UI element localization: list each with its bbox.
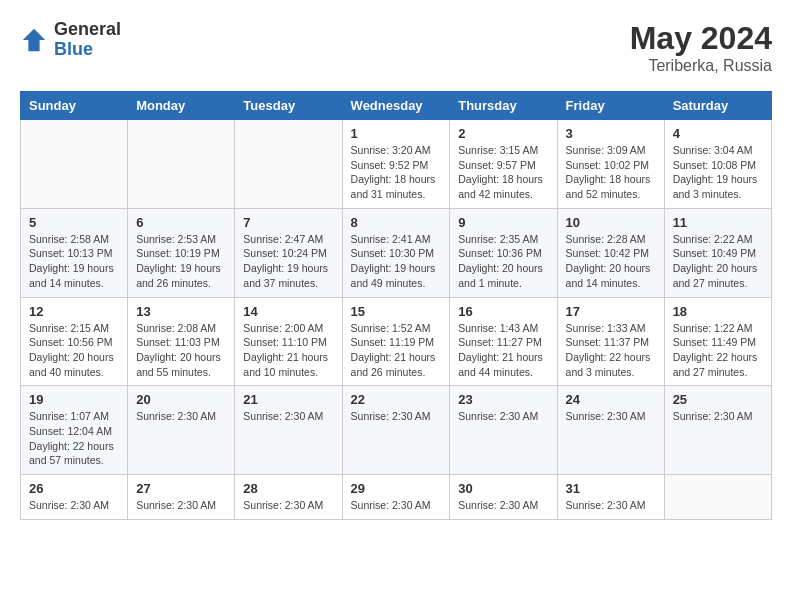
day-info: Sunrise: 2:30 AM	[29, 498, 119, 513]
table-row: 21Sunrise: 2:30 AM	[235, 386, 342, 475]
col-sunday: Sunday	[21, 92, 128, 120]
table-row: 5Sunrise: 2:58 AM Sunset: 10:13 PM Dayli…	[21, 208, 128, 297]
day-number: 21	[243, 392, 333, 407]
day-info: Sunrise: 3:15 AM Sunset: 9:57 PM Dayligh…	[458, 143, 548, 202]
table-row: 4Sunrise: 3:04 AM Sunset: 10:08 PM Dayli…	[664, 120, 771, 209]
table-row: 13Sunrise: 2:08 AM Sunset: 11:03 PM Dayl…	[128, 297, 235, 386]
calendar-table: Sunday Monday Tuesday Wednesday Thursday…	[20, 91, 772, 520]
day-number: 22	[351, 392, 442, 407]
day-info: Sunrise: 2:30 AM	[566, 498, 656, 513]
day-number: 17	[566, 304, 656, 319]
table-row	[235, 120, 342, 209]
table-row: 15Sunrise: 1:52 AM Sunset: 11:19 PM Dayl…	[342, 297, 450, 386]
day-info: Sunrise: 3:20 AM Sunset: 9:52 PM Dayligh…	[351, 143, 442, 202]
day-info: Sunrise: 2:30 AM	[351, 409, 442, 424]
table-row: 14Sunrise: 2:00 AM Sunset: 11:10 PM Dayl…	[235, 297, 342, 386]
table-row: 22Sunrise: 2:30 AM	[342, 386, 450, 475]
title-block: May 2024 Teriberka, Russia	[630, 20, 772, 75]
day-number: 29	[351, 481, 442, 496]
calendar-header-row: Sunday Monday Tuesday Wednesday Thursday…	[21, 92, 772, 120]
table-row: 23Sunrise: 2:30 AM	[450, 386, 557, 475]
day-info: Sunrise: 2:30 AM	[136, 498, 226, 513]
day-info: Sunrise: 2:30 AM	[566, 409, 656, 424]
svg-marker-0	[23, 29, 45, 51]
col-saturday: Saturday	[664, 92, 771, 120]
day-info: Sunrise: 2:30 AM	[243, 498, 333, 513]
day-info: Sunrise: 2:00 AM Sunset: 11:10 PM Daylig…	[243, 321, 333, 380]
day-number: 13	[136, 304, 226, 319]
table-row: 17Sunrise: 1:33 AM Sunset: 11:37 PM Dayl…	[557, 297, 664, 386]
day-number: 15	[351, 304, 442, 319]
day-number: 24	[566, 392, 656, 407]
day-info: Sunrise: 2:30 AM	[136, 409, 226, 424]
col-friday: Friday	[557, 92, 664, 120]
day-number: 30	[458, 481, 548, 496]
day-number: 9	[458, 215, 548, 230]
day-info: Sunrise: 2:47 AM Sunset: 10:24 PM Daylig…	[243, 232, 333, 291]
calendar-body: 1Sunrise: 3:20 AM Sunset: 9:52 PM Daylig…	[21, 120, 772, 520]
day-number: 26	[29, 481, 119, 496]
table-row: 26Sunrise: 2:30 AM	[21, 475, 128, 520]
day-info: Sunrise: 3:04 AM Sunset: 10:08 PM Daylig…	[673, 143, 763, 202]
day-info: Sunrise: 2:30 AM	[458, 498, 548, 513]
col-wednesday: Wednesday	[342, 92, 450, 120]
day-number: 27	[136, 481, 226, 496]
day-number: 6	[136, 215, 226, 230]
day-info: Sunrise: 2:41 AM Sunset: 10:30 PM Daylig…	[351, 232, 442, 291]
calendar-week-row: 26Sunrise: 2:30 AM27Sunrise: 2:30 AM28Su…	[21, 475, 772, 520]
day-info: Sunrise: 1:07 AM Sunset: 12:04 AM Daylig…	[29, 409, 119, 468]
day-info: Sunrise: 2:58 AM Sunset: 10:13 PM Daylig…	[29, 232, 119, 291]
day-number: 16	[458, 304, 548, 319]
table-row	[128, 120, 235, 209]
table-row: 24Sunrise: 2:30 AM	[557, 386, 664, 475]
day-number: 28	[243, 481, 333, 496]
table-row: 31Sunrise: 2:30 AM	[557, 475, 664, 520]
day-info: Sunrise: 2:15 AM Sunset: 10:56 PM Daylig…	[29, 321, 119, 380]
day-number: 25	[673, 392, 763, 407]
day-info: Sunrise: 1:43 AM Sunset: 11:27 PM Daylig…	[458, 321, 548, 380]
logo-text: General Blue	[54, 20, 121, 60]
day-number: 18	[673, 304, 763, 319]
logo-general-text: General	[54, 20, 121, 40]
day-info: Sunrise: 2:30 AM	[673, 409, 763, 424]
day-number: 1	[351, 126, 442, 141]
day-number: 3	[566, 126, 656, 141]
month-year-title: May 2024	[630, 20, 772, 57]
col-tuesday: Tuesday	[235, 92, 342, 120]
day-info: Sunrise: 2:35 AM Sunset: 10:36 PM Daylig…	[458, 232, 548, 291]
table-row: 19Sunrise: 1:07 AM Sunset: 12:04 AM Dayl…	[21, 386, 128, 475]
day-number: 20	[136, 392, 226, 407]
day-info: Sunrise: 2:53 AM Sunset: 10:19 PM Daylig…	[136, 232, 226, 291]
calendar-week-row: 5Sunrise: 2:58 AM Sunset: 10:13 PM Dayli…	[21, 208, 772, 297]
day-info: Sunrise: 2:30 AM	[458, 409, 548, 424]
day-number: 8	[351, 215, 442, 230]
table-row: 30Sunrise: 2:30 AM	[450, 475, 557, 520]
table-row: 25Sunrise: 2:30 AM	[664, 386, 771, 475]
day-number: 5	[29, 215, 119, 230]
day-number: 23	[458, 392, 548, 407]
day-number: 7	[243, 215, 333, 230]
table-row: 6Sunrise: 2:53 AM Sunset: 10:19 PM Dayli…	[128, 208, 235, 297]
day-number: 2	[458, 126, 548, 141]
table-row: 18Sunrise: 1:22 AM Sunset: 11:49 PM Dayl…	[664, 297, 771, 386]
day-info: Sunrise: 1:22 AM Sunset: 11:49 PM Daylig…	[673, 321, 763, 380]
day-info: Sunrise: 2:30 AM	[351, 498, 442, 513]
logo: General Blue	[20, 20, 121, 60]
page-header: General Blue May 2024 Teriberka, Russia	[20, 20, 772, 75]
logo-icon	[20, 26, 48, 54]
day-number: 10	[566, 215, 656, 230]
day-info: Sunrise: 2:30 AM	[243, 409, 333, 424]
table-row: 2Sunrise: 3:15 AM Sunset: 9:57 PM Daylig…	[450, 120, 557, 209]
logo-blue-text: Blue	[54, 40, 121, 60]
day-info: Sunrise: 3:09 AM Sunset: 10:02 PM Daylig…	[566, 143, 656, 202]
table-row: 29Sunrise: 2:30 AM	[342, 475, 450, 520]
day-info: Sunrise: 1:33 AM Sunset: 11:37 PM Daylig…	[566, 321, 656, 380]
table-row: 20Sunrise: 2:30 AM	[128, 386, 235, 475]
table-row: 27Sunrise: 2:30 AM	[128, 475, 235, 520]
day-number: 12	[29, 304, 119, 319]
location-subtitle: Teriberka, Russia	[630, 57, 772, 75]
day-info: Sunrise: 2:28 AM Sunset: 10:42 PM Daylig…	[566, 232, 656, 291]
table-row: 7Sunrise: 2:47 AM Sunset: 10:24 PM Dayli…	[235, 208, 342, 297]
col-monday: Monday	[128, 92, 235, 120]
day-number: 11	[673, 215, 763, 230]
